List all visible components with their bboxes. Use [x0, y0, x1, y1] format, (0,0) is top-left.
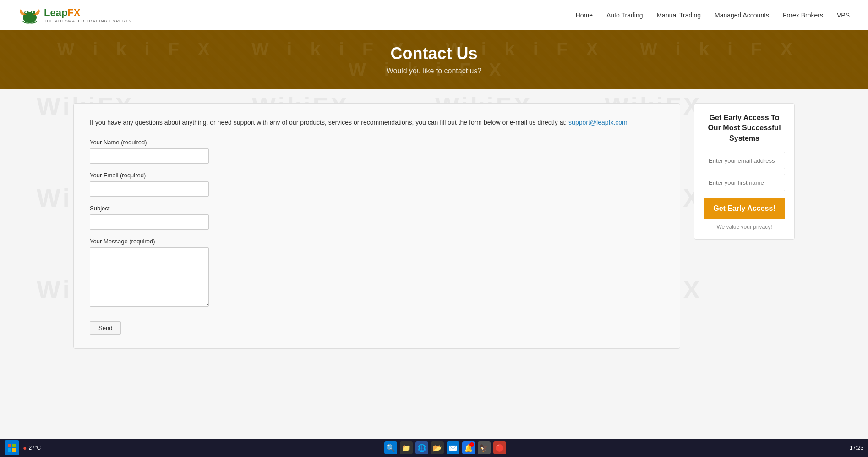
privacy-text: We value your privacy!	[704, 224, 785, 230]
name-input[interactable]	[90, 148, 209, 164]
sidebar: Get Early Access To Our Most Successful …	[694, 103, 795, 240]
taskbar-center: 🔍 📁 🌐 📂 ✉️ 🔔 1 🦅 🔴	[384, 441, 506, 454]
svg-rect-8	[12, 448, 16, 452]
header: LeapFX The Automated Trading Experts Hom…	[0, 0, 868, 30]
message-field-group: Your Message (required)	[90, 238, 664, 308]
name-label: Your Name (required)	[90, 139, 664, 146]
folder-taskbar-icon[interactable]: 📁	[400, 441, 413, 454]
mail-taskbar-icon[interactable]: ✉️	[447, 441, 459, 454]
svg-rect-5	[8, 444, 11, 447]
logo-name: LeapFX	[44, 7, 132, 19]
app1-taskbar-icon[interactable]: 🦅	[478, 441, 491, 454]
browser-taskbar-icon[interactable]: 🌐	[415, 441, 428, 454]
logo: LeapFX The Automated Trading Experts	[18, 4, 132, 27]
svg-point-4	[32, 11, 33, 13]
email-field-group: Your Email (required)	[90, 172, 664, 197]
nav-forex-brokers[interactable]: Forex Brokers	[783, 11, 823, 19]
email-label: Your Email (required)	[90, 172, 664, 179]
subject-input[interactable]	[90, 214, 209, 230]
windows-icon	[8, 444, 16, 452]
taskbar: ● 27°C 🔍 📁 🌐 📂 ✉️ 🔔 1 🦅 🔴 17:23	[0, 439, 868, 457]
app2-taskbar-icon[interactable]: 🔴	[493, 441, 506, 454]
support-email-link[interactable]: support@leapfx.com	[568, 119, 628, 126]
search-taskbar-icon[interactable]: 🔍	[384, 441, 397, 454]
nav-manual-trading[interactable]: Manual Trading	[656, 11, 701, 19]
taskbar-time: 17:23	[850, 445, 863, 451]
hero-subtitle: Would you like to contact us?	[387, 67, 482, 75]
main-nav: Home Auto Trading Manual Trading Managed…	[576, 11, 850, 19]
temperature-display: ● 27°C	[23, 444, 41, 451]
contact-intro: If you have any questions about anything…	[90, 117, 664, 127]
nav-home[interactable]: Home	[576, 11, 593, 19]
sidebar-title: Get Early Access To Our Most Successful …	[704, 113, 785, 143]
hero-title: Contact Us	[390, 44, 477, 63]
nav-auto-trading[interactable]: Auto Trading	[606, 11, 643, 19]
nav-managed-accounts[interactable]: Managed Accounts	[715, 11, 769, 19]
logo-tagline: The Automated Trading Experts	[44, 19, 132, 23]
nav-vps[interactable]: VPS	[837, 11, 850, 19]
notification-taskbar-icon[interactable]: 🔔 1	[462, 441, 475, 454]
start-button[interactable]	[5, 440, 19, 455]
subject-label: Subject	[90, 205, 664, 212]
taskbar-right: 17:23	[850, 445, 863, 451]
hero-banner: Contact Us Would you like to contact us?	[0, 30, 868, 89]
name-field-group: Your Name (required)	[90, 139, 664, 164]
svg-rect-6	[12, 444, 16, 447]
early-access-button[interactable]: Get Early Access!	[704, 198, 785, 219]
taskbar-left: ● 27°C	[5, 440, 41, 455]
logo-icon	[18, 4, 41, 27]
svg-rect-7	[8, 448, 11, 452]
logo-text: LeapFX The Automated Trading Experts	[44, 7, 132, 23]
main-content: If you have any questions about anything…	[0, 89, 868, 363]
message-label: Your Message (required)	[90, 238, 664, 245]
sidebar-firstname-input[interactable]	[704, 174, 785, 191]
svg-point-3	[25, 11, 27, 13]
message-textarea[interactable]	[90, 247, 209, 307]
sidebar-email-input[interactable]	[704, 152, 785, 169]
files-taskbar-icon[interactable]: 📂	[431, 441, 444, 454]
sidebar-card: Get Early Access To Our Most Successful …	[694, 103, 795, 240]
subject-field-group: Subject	[90, 205, 664, 230]
contact-card: If you have any questions about anything…	[73, 103, 680, 349]
send-button[interactable]: Send	[90, 321, 121, 335]
email-input[interactable]	[90, 181, 209, 197]
